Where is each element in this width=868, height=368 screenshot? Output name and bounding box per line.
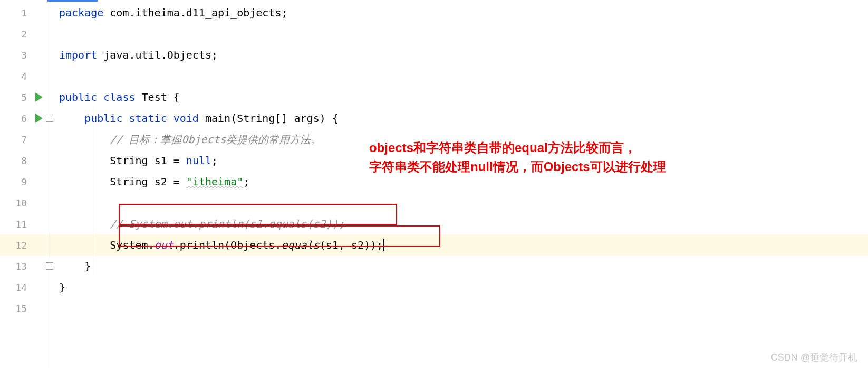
brace: {	[167, 91, 180, 103]
annotation-line1: objects和字符串类自带的equal方法比较而言，	[369, 138, 666, 157]
line-number: 11	[15, 219, 27, 230]
variable: s2 =	[155, 175, 186, 188]
code-line	[47, 65, 868, 87]
line-number: 10	[15, 197, 27, 209]
semicolon: ;	[281, 6, 287, 19]
code-line	[47, 23, 868, 44]
gutter-line: 7	[0, 129, 47, 150]
params: (String[] args) {	[230, 112, 339, 125]
gutter-line: 11	[0, 213, 47, 234]
static-field: out	[155, 239, 173, 251]
semicolon: ;	[211, 49, 218, 61]
keyword: package	[59, 6, 110, 19]
code-line: − public static void main(String[] args)…	[47, 108, 868, 129]
run-class-icon[interactable]	[35, 92, 43, 102]
gutter-line: 13	[0, 256, 47, 277]
code-line: import java.util.Objects;	[47, 44, 868, 65]
line-number: 3	[21, 50, 27, 61]
variable: s1 =	[155, 154, 186, 167]
gutter-line: 10	[0, 192, 47, 213]
line-number: 1	[21, 7, 27, 18]
gutter-line: 12	[0, 234, 47, 256]
fold-collapse-icon[interactable]: −	[46, 115, 53, 122]
method-chain: .println(Objects.	[173, 239, 282, 251]
indent	[59, 154, 110, 167]
line-number: 14	[15, 282, 27, 293]
keyword: import	[59, 49, 103, 61]
keyword: public class	[59, 91, 142, 103]
indent	[59, 218, 110, 230]
comment: // 目标：掌握Objects类提供的常用方法。	[110, 133, 321, 147]
line-number: 4	[21, 71, 27, 82]
indent	[59, 239, 110, 251]
line-number: 2	[21, 29, 27, 40]
gutter-line: 2	[0, 23, 47, 44]
string-literal: "itheima"	[186, 175, 243, 188]
line-number: 5	[21, 92, 27, 103]
line-number: 12	[15, 240, 27, 251]
indent	[59, 133, 110, 146]
code-line-current: System.out.println(Objects.equals(s1, s2…	[47, 234, 868, 256]
caret-icon	[383, 239, 384, 251]
gutter-line: 14	[0, 277, 47, 298]
brace: }	[84, 260, 91, 272]
gutter[interactable]: 1 2 3 4 5 6 7 8 9 10 11 12 13 14 15	[0, 0, 47, 368]
line-number: 7	[21, 134, 27, 145]
keyword: public static void	[84, 112, 205, 125]
code-line	[47, 192, 868, 213]
gutter-line: 3	[0, 44, 47, 65]
annotation-text: objects和字符串类自带的equal方法比较而言， 字符串类不能处理null…	[369, 138, 666, 176]
semicolon: ;	[211, 154, 218, 167]
indent	[59, 112, 84, 125]
code-line: }	[47, 277, 868, 298]
watermark: CSDN @睡觉待开机	[771, 351, 857, 364]
keyword-null: null	[186, 154, 211, 167]
code-line: // System.out.println(s1.equals(s2));	[47, 213, 868, 234]
args: (s1, s2));	[320, 239, 383, 251]
gutter-line: 15	[0, 298, 47, 319]
code-area[interactable]: package com.itheima.d11_api_objects; imp…	[47, 0, 868, 368]
method-name: main	[205, 112, 230, 125]
line-number: 6	[21, 113, 27, 124]
indent-guide	[94, 106, 94, 275]
code-line: package com.itheima.d11_api_objects;	[47, 2, 868, 23]
code-line: − }	[47, 256, 868, 277]
indent	[59, 260, 84, 272]
static-method: equals	[281, 239, 319, 251]
gutter-line: 5	[0, 87, 47, 108]
class-ref: System.	[110, 239, 154, 251]
line-number: 15	[15, 303, 27, 314]
import-name: java.util.Objects	[103, 49, 211, 61]
indent	[59, 175, 110, 188]
code-line: public class Test {	[47, 87, 868, 108]
gutter-line: 9	[0, 171, 47, 192]
gutter-line: 6	[0, 108, 47, 129]
run-method-icon[interactable]	[35, 114, 43, 123]
brace: }	[59, 281, 65, 294]
annotation-line2: 字符串类不能处理null情况，而Objects可以进行处理	[369, 157, 666, 176]
code-line	[47, 298, 868, 319]
class-name: Test	[142, 91, 167, 103]
code-editor: 1 2 3 4 5 6 7 8 9 10 11 12 13 14 15 pack…	[0, 0, 868, 368]
gutter-line: 4	[0, 65, 47, 87]
comment: // System.out.println(s1.equals(s2));	[110, 218, 345, 230]
line-number: 9	[21, 176, 27, 187]
semicolon: ;	[243, 175, 249, 188]
line-number: 8	[21, 155, 27, 166]
type: String	[110, 175, 154, 188]
package-name: com.itheima.d11_api_objects	[110, 6, 281, 19]
gutter-line: 8	[0, 150, 47, 171]
type: String	[110, 154, 154, 167]
line-number: 13	[15, 261, 27, 272]
gutter-line: 1	[0, 2, 47, 23]
fold-collapse-icon[interactable]: −	[46, 262, 53, 270]
